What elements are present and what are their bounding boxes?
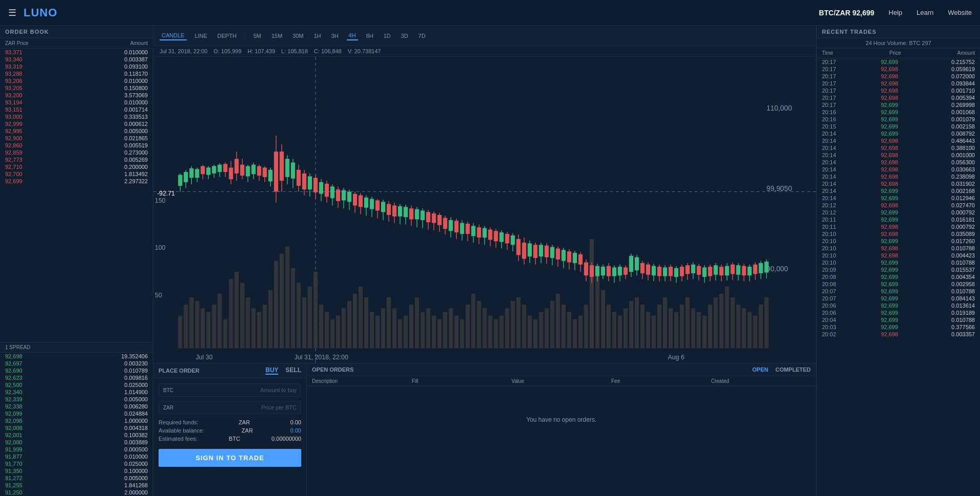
svg-rect-46: [347, 301, 351, 349]
chart-time-8h[interactable]: 8H: [364, 32, 375, 40]
table-row: 93,2060.010000: [0, 77, 153, 84]
ob-sell-amount: 0.010000: [124, 99, 148, 105]
trade-time: 20:08: [822, 281, 840, 287]
svg-rect-41: [319, 305, 323, 348]
svg-rect-132: [206, 167, 210, 175]
svg-rect-180: [342, 190, 346, 201]
list-item: 20:0992,6990.015537: [817, 266, 980, 273]
ob-sell-price: 92,700: [5, 171, 23, 177]
list-item: 20:1492,6980.031902: [817, 180, 980, 187]
chart-time-1d[interactable]: 1D: [382, 32, 393, 40]
ob-buy-price: 92,339: [5, 396, 23, 402]
svg-rect-276: [612, 267, 616, 276]
svg-rect-232: [488, 229, 492, 240]
trade-amount: 0.016181: [939, 217, 975, 223]
svg-rect-58: [415, 297, 419, 349]
trade-amount: 0.010788: [939, 245, 975, 251]
chart-time-1h[interactable]: 1H: [311, 32, 323, 40]
svg-rect-148: [251, 165, 255, 175]
chart-time-3h[interactable]: 3H: [329, 32, 341, 40]
svg-rect-49: [364, 297, 368, 349]
svg-rect-158: [280, 152, 284, 181]
svg-rect-109: [702, 315, 706, 348]
ob-buy-price: 92,697: [5, 360, 23, 366]
chart-time-15m[interactable]: 15M: [270, 32, 284, 40]
learn-link[interactable]: Learn: [917, 9, 933, 16]
svg-rect-292: [657, 267, 661, 276]
trade-time: 20:12: [822, 202, 840, 208]
svg-rect-60: [426, 308, 430, 348]
svg-rect-290: [652, 266, 656, 276]
table-row: 92,9950.005000: [0, 127, 153, 135]
oo-col-fill: Fill: [412, 378, 511, 384]
svg-rect-178: [336, 189, 340, 201]
ob-buy-amount: 0.025000: [124, 382, 148, 388]
tab-completed[interactable]: COMPLETED: [775, 366, 811, 373]
trade-time: 20:17: [822, 73, 840, 79]
table-row: 93,3190.093100: [0, 63, 153, 70]
ob-sell-price: 92,995: [5, 128, 23, 134]
chart-type-depth[interactable]: DEPTH: [215, 32, 238, 40]
chart-high: H: 107,439: [248, 48, 275, 54]
svg-rect-324: [747, 267, 751, 275]
chart-time-5m[interactable]: 5M: [251, 32, 263, 40]
trade-time: 20:10: [822, 238, 840, 244]
ob-sell-amount: 0.005269: [124, 157, 148, 163]
topnav-left: ☰ LUNO: [8, 6, 57, 19]
svg-rect-126: [189, 168, 193, 178]
trade-price: 92,698: [874, 166, 905, 172]
tab-open[interactable]: OPEN: [752, 366, 768, 373]
svg-rect-206: [415, 209, 419, 220]
list-item: 20:1792,6980.005394: [817, 94, 980, 101]
chart-canvas[interactable]: 110,000 99,9050 90,000 150 100 50 -92.71…: [153, 57, 816, 363]
list-item: 20:1492,6990.002168: [817, 187, 980, 195]
btc-input[interactable]: BTC Amount to buy: [159, 383, 301, 397]
chart-time-7d[interactable]: 7D: [416, 32, 428, 40]
svg-text:150: 150: [155, 197, 166, 204]
list-item: 20:0792,6990.084143: [817, 295, 980, 302]
svg-rect-310: [708, 267, 712, 276]
ob-sell-price: 92,860: [5, 142, 23, 148]
svg-rect-54: [392, 308, 396, 348]
ob-buy-amount: 1.000000: [124, 418, 148, 424]
chart-type-line[interactable]: LINE: [193, 32, 209, 40]
chart-time-4h[interactable]: 4H: [347, 31, 358, 40]
svg-rect-226: [471, 226, 475, 236]
website-link[interactable]: Website: [948, 9, 972, 16]
help-link[interactable]: Help: [888, 9, 902, 16]
sign-in-button[interactable]: SIGN IN TO TRADE: [159, 449, 301, 467]
trade-price: 92,699: [874, 188, 905, 194]
table-row: 92,3390.005000: [0, 396, 153, 403]
trade-time: 20:12: [822, 209, 840, 215]
chart-time-30m[interactable]: 30M: [291, 32, 305, 40]
trade-price: 92,699: [874, 260, 905, 266]
ob-sell-amount: 0.273000: [124, 149, 148, 156]
topnav: ☰ LUNO BTC/ZAR 92,699 Help Learn Website: [0, 0, 980, 26]
svg-rect-262: [573, 253, 577, 263]
svg-rect-174: [325, 184, 329, 197]
svg-rect-89: [590, 239, 594, 349]
svg-rect-220: [454, 221, 458, 232]
svg-rect-115: [736, 305, 740, 348]
trade-time: 20:17: [822, 59, 840, 65]
trade-amount: 0.084143: [939, 295, 975, 301]
required-funds-row: Required funds: ZAR 0.00: [159, 418, 301, 426]
trade-amount: 0.215752: [939, 59, 975, 65]
orderbook-panel: ORDER BOOK ZAR Price Amount 93,3710.0100…: [0, 26, 153, 496]
pair-display: BTC/ZAR 92,699: [819, 9, 874, 17]
ob-buy-amount: 0.000500: [124, 446, 148, 452]
ob-sell-price: 93,000: [5, 114, 23, 120]
ob-buy-amount: 0.100000: [124, 468, 148, 474]
chart-type-candle[interactable]: CANDLE: [160, 31, 187, 40]
trade-time: 20:14: [822, 152, 840, 158]
trade-time: 20:17: [822, 66, 840, 72]
trade-amount: 0.059619: [939, 66, 975, 72]
zar-input[interactable]: ZAR Price per BTC: [159, 401, 301, 414]
spread-row: 1 SPREAD: [0, 342, 153, 353]
trade-price: 92,698: [874, 181, 905, 187]
chart-time-3d[interactable]: 3D: [399, 32, 410, 40]
tab-sell[interactable]: SELL: [285, 366, 301, 375]
tab-buy[interactable]: BUY: [265, 366, 278, 375]
table-row: 93,3400.003387: [0, 56, 153, 63]
menu-icon[interactable]: ☰: [8, 7, 16, 18]
